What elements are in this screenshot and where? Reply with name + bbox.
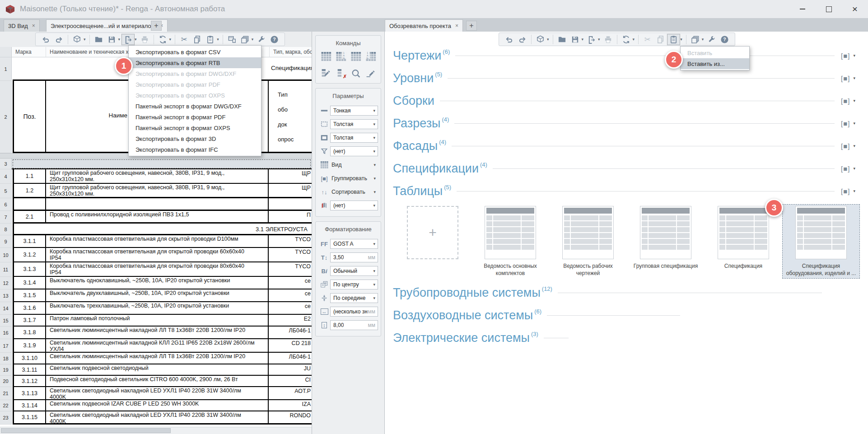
- remove-rows-icon[interactable]: [350, 51, 362, 62]
- section-heading[interactable]: Таблицы: [393, 184, 443, 198]
- row-number[interactable]: 1: [0, 57, 12, 81]
- cell-mark[interactable]: [14, 198, 46, 210]
- dropdown-caret-icon[interactable]: ▾: [853, 98, 855, 103]
- dropdown-caret-icon[interactable]: ▾: [680, 37, 682, 42]
- export-menu-item[interactable]: Пакетный экспорт в формат PDF: [129, 112, 261, 122]
- dropdown-caret-icon[interactable]: ▾: [547, 37, 549, 42]
- cell-type[interactable]: П: [269, 211, 312, 222]
- row-number[interactable]: 6: [0, 198, 12, 211]
- export-menu-item[interactable]: Экспортировать в формат RTB: [129, 57, 261, 68]
- export-menu-item[interactable]: Пакетный экспорт в формат OXPS: [129, 122, 261, 133]
- cell-name[interactable]: Выключатель трехклавишный, ~250В, 10А, I…: [46, 302, 269, 314]
- cell-mark[interactable]: 3.1.14: [14, 400, 46, 411]
- parameter-label-dropdown[interactable]: Вид▾: [330, 162, 378, 168]
- card-thumbnail[interactable]: [718, 206, 769, 259]
- row-number[interactable]: 19: [0, 364, 12, 376]
- table-row[interactable]: 3.1.7Патрон ламповый потолочныйЕ2: [13, 315, 312, 327]
- insert-data-rows-icon[interactable]: 1A%: [335, 51, 347, 62]
- cell-name[interactable]: Светильник подвесной светодиодный: [46, 364, 269, 375]
- horizontal-scrollbar[interactable]: [0, 427, 312, 434]
- cell-type[interactable]: ЛБ046-1: [269, 353, 312, 364]
- dropdown-caret-icon[interactable]: ▾: [118, 37, 121, 42]
- cell-type[interactable]: RONDO: [269, 411, 312, 423]
- dropdown-caret-icon[interactable]: ▾: [853, 166, 855, 171]
- cell-mark[interactable]: 3.1.5: [14, 289, 46, 301]
- cell-type[interactable]: TYCO: [269, 262, 312, 276]
- cell-name[interactable]: Светильник подвесной IZAR CUBE P LED 250…: [46, 400, 269, 411]
- cell-name[interactable]: Выключатель двухклавишный, ~250В, 10А, I…: [46, 289, 269, 301]
- cell-mark[interactable]: 3.1.10: [14, 353, 46, 364]
- row-number[interactable]: 15: [0, 315, 12, 327]
- formatting-select[interactable]: Обычный▾: [330, 266, 378, 276]
- dropdown-caret-icon[interactable]: ▾: [252, 37, 254, 42]
- cell-mark[interactable]: 1.1: [14, 169, 46, 183]
- cell-name[interactable]: Выключатель одноклавишный, ~250В, 10А, I…: [46, 277, 269, 289]
- cell-name[interactable]: Щит групповой рабочего освещения, навесн…: [46, 169, 269, 183]
- paste-icon[interactable]: [204, 34, 217, 45]
- cell-name[interactable]: Коробка пластмассовая ответвительная для…: [46, 235, 269, 247]
- parameter-select[interactable]: Толстая▾: [330, 119, 378, 129]
- cell-mark[interactable]: 3.1.6: [14, 302, 46, 314]
- cut-icon[interactable]: ✂: [641, 34, 654, 45]
- help-icon[interactable]: ?: [718, 34, 731, 45]
- scrollbar-thumb[interactable]: [1, 428, 171, 433]
- row-number[interactable]: 21: [0, 387, 12, 400]
- cell-type[interactable]: CD 218: [269, 339, 312, 352]
- group-style-button[interactable]: [■]: [841, 187, 850, 195]
- column-header-type[interactable]: Тип, марка, обо: [270, 47, 312, 57]
- dropdown-caret-icon[interactable]: ▾: [853, 76, 855, 80]
- row-number[interactable]: 5: [0, 184, 12, 198]
- group-style-button[interactable]: [■]: [841, 142, 850, 150]
- delete-rows-icon[interactable]: ✗: [335, 68, 347, 79]
- section-heading[interactable]: Чертежи: [393, 49, 441, 63]
- row-number[interactable]: 10: [0, 248, 12, 262]
- row-number[interactable]: 18: [0, 353, 12, 364]
- cell-type[interactable]: ЩР: [269, 169, 312, 183]
- table-row[interactable]: 2.1Провод с поливинилхлоридной изоляцией…: [13, 211, 312, 224]
- table-row[interactable]: 3.1.10Светильник люминисцентный накладно…: [13, 353, 312, 364]
- export-menu-item[interactable]: Экспортировать в формат 3D: [129, 133, 261, 144]
- cell-name[interactable]: Подвесной светодиодный светильник CITRO …: [46, 376, 269, 386]
- cut-icon[interactable]: ✂: [177, 34, 191, 45]
- table-row[interactable]: 3.1.8Светильник люминисцентный накладной…: [13, 327, 312, 339]
- cell-name[interactable]: Светильник люминисцентный накладной ЛЛ Т…: [46, 327, 269, 338]
- formatting-value-field[interactable]: 3,50мм: [330, 252, 378, 262]
- model-icon[interactable]: [70, 34, 84, 45]
- cell-pos-header[interactable]: Поз.: [14, 81, 46, 152]
- row-number[interactable]: 23: [0, 411, 12, 425]
- group-style-button[interactable]: [■]: [841, 75, 850, 82]
- layers-icon[interactable]: [238, 34, 252, 45]
- table-row[interactable]: 3.1.1Коробка пластмассовая ответвительна…: [13, 235, 312, 248]
- cell-name[interactable]: [46, 198, 269, 210]
- row-number[interactable]: 2: [0, 81, 12, 153]
- parameter-select[interactable]: Тонкая▾: [330, 106, 378, 116]
- cell-type[interactable]: ЩР: [269, 184, 312, 197]
- undo-icon[interactable]: [503, 34, 516, 45]
- cell-type[interactable]: се: [269, 277, 312, 289]
- paste-menu-item[interactable]: Вставить из...: [681, 58, 749, 69]
- cell-type[interactable]: TYCO: [269, 248, 312, 261]
- export-menu-item[interactable]: Экспортировать в формат DWG/DXF: [129, 68, 261, 79]
- section-heading[interactable]: Сборки: [393, 94, 434, 108]
- dropdown-caret-icon[interactable]: ▾: [853, 53, 855, 58]
- group-style-button[interactable]: [■]: [841, 120, 850, 127]
- table-template-card[interactable]: Спецификацияоборудования, изделий и ...: [782, 204, 860, 279]
- cell-type-header[interactable]: Типободокопрос: [269, 81, 312, 152]
- parameter-select[interactable]: Толстая▾: [330, 133, 378, 143]
- selected-row[interactable]: [12, 159, 312, 169]
- cell-type[interactable]: се: [269, 302, 312, 314]
- cell-mark[interactable]: 3.1.2: [14, 248, 46, 261]
- insert-rows-icon[interactable]: [320, 51, 332, 62]
- section-heading[interactable]: Электрические системы: [393, 331, 530, 345]
- dropdown-caret-icon[interactable]: ▾: [853, 121, 855, 126]
- model-icon[interactable]: [534, 34, 547, 45]
- table-template-card[interactable]: Групповая спецификация: [627, 204, 705, 279]
- dropdown-caret-icon[interactable]: ▾: [633, 37, 635, 42]
- cell-mark[interactable]: 3.1.13: [14, 387, 46, 399]
- row-number[interactable]: 20: [0, 376, 12, 387]
- row-number[interactable]: 14: [0, 302, 12, 315]
- parameter-label-dropdown[interactable]: Группировать▾: [330, 175, 378, 182]
- minimize-button[interactable]: [789, 0, 816, 18]
- parameter-select[interactable]: (нет)▾: [330, 201, 378, 210]
- row-number[interactable]: 3: [0, 159, 12, 169]
